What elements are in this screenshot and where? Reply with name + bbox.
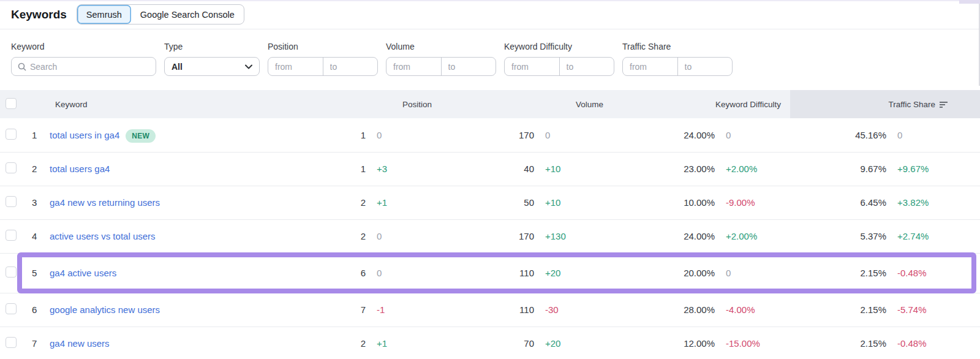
filter-keyword-difficulty-label: Keyword Difficulty — [504, 42, 614, 51]
table-row: 2total users ga41+340+1023.00%+2.00%9.67… — [0, 152, 980, 186]
keyword-link[interactable]: ga4 new users — [50, 338, 110, 349]
row-number: 6 — [27, 293, 49, 327]
traffic-share-delta: -0.48% — [888, 327, 980, 359]
filter-keyword-label: Keyword — [11, 42, 156, 51]
row-checkbox[interactable] — [6, 196, 17, 207]
keyword-search-input[interactable] — [30, 62, 151, 72]
position-value: 2 — [318, 186, 368, 219]
traffic-share-range — [622, 57, 733, 76]
type-select-value: All — [172, 62, 183, 72]
row-number: 3 — [27, 186, 49, 219]
traffic-share-delta: +2.74% — [888, 219, 980, 253]
top-right-fragment — [959, 0, 980, 4]
position-delta: 0 — [368, 118, 456, 152]
volume-delta: +130 — [536, 219, 634, 253]
traffic-share-value: 2.15% — [790, 327, 888, 359]
filter-type-label: Type — [164, 42, 260, 51]
sort-descending-icon — [939, 100, 948, 108]
keyword-link[interactable]: ga4 active users — [50, 268, 116, 278]
keyword-difficulty-value: 20.00% — [634, 253, 717, 293]
page-top-border — [0, 0, 980, 1]
volume-delta: +20 — [536, 253, 634, 293]
filter-traffic-share: Traffic Share — [622, 42, 733, 76]
filter-traffic-share-label: Traffic Share — [622, 42, 733, 51]
table-row: 1total users in ga4NEW10170024.00%045.16… — [0, 118, 980, 152]
volume-delta: -30 — [536, 293, 634, 327]
position-value: 7 — [318, 293, 368, 327]
volume-value: 170 — [456, 219, 536, 253]
keyword-difficulty-delta: -15.00% — [717, 327, 790, 359]
traffic-share-from-input[interactable] — [623, 58, 677, 75]
position-value: 1 — [318, 118, 368, 152]
tab-google-search-console[interactable]: Google Search Console — [131, 5, 244, 24]
table-row: 7ga4 new users2+170+2012.00%-15.00%2.15%… — [0, 327, 980, 359]
row-checkbox[interactable] — [6, 129, 17, 140]
column-header-position[interactable]: Position — [318, 90, 456, 118]
chevron-down-icon — [245, 64, 252, 69]
row-checkbox[interactable] — [6, 266, 17, 278]
position-delta: +1 — [368, 327, 456, 359]
filter-type: Type All — [164, 42, 260, 76]
keyword-cell: google analytics new users — [49, 293, 318, 327]
table-row: 4active users vs total users20170+13024.… — [0, 219, 980, 253]
volume-value: 50 — [456, 186, 536, 219]
keyword-difficulty-from-input[interactable] — [505, 58, 559, 75]
keyword-cell: total users ga4 — [49, 152, 318, 186]
position-from-input[interactable] — [268, 58, 323, 75]
row-checkbox[interactable] — [6, 337, 17, 348]
volume-value: 70 — [456, 327, 536, 359]
keyword-difficulty-value: 24.00% — [634, 118, 717, 152]
volume-value: 110 — [456, 293, 536, 327]
column-header-keyword-difficulty[interactable]: Keyword Difficulty — [634, 90, 790, 118]
row-number: 5 — [27, 253, 49, 293]
filter-volume-label: Volume — [386, 42, 496, 51]
keyword-link[interactable]: active users vs total users — [50, 231, 156, 241]
column-header-keyword[interactable]: Keyword — [27, 90, 318, 118]
type-select[interactable]: All — [164, 57, 260, 76]
traffic-share-value: 2.15% — [790, 293, 888, 327]
position-to-input[interactable] — [323, 58, 378, 75]
filter-keyword-difficulty: Keyword Difficulty — [504, 42, 614, 76]
volume-delta: +10 — [536, 152, 634, 186]
keyword-cell: total users in ga4NEW — [49, 118, 318, 152]
table-body: 1total users in ga4NEW10170024.00%045.16… — [0, 118, 980, 359]
filter-position-label: Position — [268, 42, 378, 51]
keyword-cell: ga4 active users — [49, 253, 318, 293]
row-checkbox[interactable] — [6, 303, 17, 314]
volume-delta: +20 — [536, 327, 634, 359]
keyword-difficulty-range — [504, 57, 614, 76]
position-value: 2 — [318, 327, 368, 359]
traffic-share-header-label: Traffic Share — [888, 100, 935, 109]
keyword-link[interactable]: total users in ga4 — [50, 130, 119, 140]
column-header-volume[interactable]: Volume — [456, 90, 634, 118]
traffic-share-to-input[interactable] — [678, 58, 733, 75]
volume-from-input[interactable] — [386, 58, 441, 75]
traffic-share-delta: 0 — [888, 118, 980, 152]
keyword-link[interactable]: ga4 new vs returning users — [50, 197, 160, 208]
table-row: 5ga4 active users60110+2020.00%02.15%-0.… — [0, 253, 980, 293]
traffic-share-delta: +9.67% — [888, 152, 980, 186]
tab-semrush[interactable]: Semrush — [77, 5, 131, 24]
source-tab-group: Semrush Google Search Console — [77, 4, 244, 25]
volume-to-input[interactable] — [442, 58, 496, 75]
row-checkbox[interactable] — [6, 162, 17, 173]
row-number: 7 — [27, 327, 49, 359]
select-all-checkbox[interactable] — [6, 98, 17, 109]
row-number: 2 — [27, 152, 49, 186]
position-range — [268, 57, 378, 76]
row-number: 4 — [27, 219, 49, 253]
traffic-share-value: 5.37% — [790, 219, 888, 253]
row-checkbox[interactable] — [6, 230, 17, 241]
keyword-difficulty-value: 23.00% — [634, 152, 717, 186]
traffic-share-delta: +3.82% — [888, 186, 980, 219]
table-header-row: Keyword Position Volume Keyword Difficul… — [0, 90, 980, 118]
position-delta: +1 — [368, 186, 456, 219]
traffic-share-delta: -0.48% — [888, 253, 980, 293]
keyword-link[interactable]: total users ga4 — [50, 164, 110, 174]
filter-volume: Volume — [386, 42, 496, 76]
new-badge: NEW — [126, 129, 156, 143]
column-header-traffic-share[interactable]: Traffic Share — [790, 90, 980, 118]
keyword-difficulty-to-input[interactable] — [560, 58, 614, 75]
keyword-link[interactable]: google analytics new users — [50, 304, 160, 315]
keyword-difficulty-delta: +2.00% — [717, 219, 790, 253]
